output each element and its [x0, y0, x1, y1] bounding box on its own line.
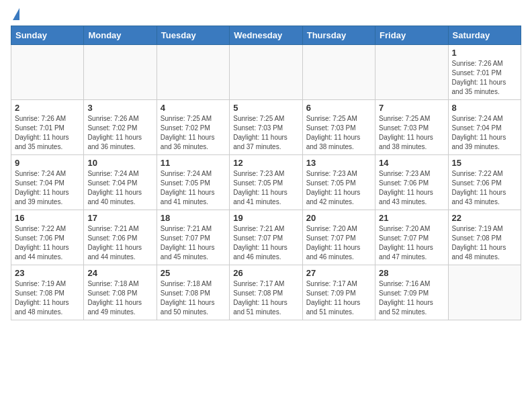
day-info: Sunrise: 7:26 AM Sunset: 7:02 PM Dayligh… [87, 114, 152, 152]
day-number: 23 [15, 268, 80, 278]
day-info: Sunrise: 7:25 AM Sunset: 7:03 PM Dayligh… [306, 114, 371, 152]
day-number: 24 [87, 268, 152, 278]
day-number: 14 [379, 158, 444, 168]
day-number: 2 [15, 103, 80, 113]
day-number: 25 [161, 268, 226, 278]
calendar-header-wednesday: Wednesday [230, 26, 302, 45]
calendar-cell: 18Sunrise: 7:21 AM Sunset: 7:07 PM Dayli… [157, 210, 229, 265]
day-info: Sunrise: 7:23 AM Sunset: 7:05 PM Dayligh… [233, 169, 298, 207]
day-number: 17 [87, 213, 152, 223]
calendar-header-sunday: Sunday [11, 26, 84, 45]
day-info: Sunrise: 7:24 AM Sunset: 7:04 PM Dayligh… [15, 169, 80, 207]
day-info: Sunrise: 7:21 AM Sunset: 7:07 PM Dayligh… [161, 224, 226, 262]
day-info: Sunrise: 7:19 AM Sunset: 7:08 PM Dayligh… [15, 279, 80, 317]
day-number: 8 [452, 103, 517, 113]
calendar-cell: 19Sunrise: 7:21 AM Sunset: 7:07 PM Dayli… [230, 210, 302, 265]
day-info: Sunrise: 7:17 AM Sunset: 7:09 PM Dayligh… [306, 279, 371, 317]
day-number: 26 [233, 268, 298, 278]
calendar-cell: 2Sunrise: 7:26 AM Sunset: 7:01 PM Daylig… [11, 100, 84, 155]
day-info: Sunrise: 7:19 AM Sunset: 7:08 PM Dayligh… [452, 224, 517, 262]
calendar-cell: 14Sunrise: 7:23 AM Sunset: 7:06 PM Dayli… [375, 155, 448, 210]
day-number: 27 [306, 268, 371, 278]
calendar-cell: 11Sunrise: 7:24 AM Sunset: 7:05 PM Dayli… [157, 155, 229, 210]
calendar-cell: 20Sunrise: 7:20 AM Sunset: 7:07 PM Dayli… [302, 210, 375, 265]
calendar-cell [375, 45, 448, 100]
day-number: 16 [15, 213, 80, 223]
calendar-week-row: 23Sunrise: 7:19 AM Sunset: 7:08 PM Dayli… [11, 265, 521, 320]
calendar-cell: 25Sunrise: 7:18 AM Sunset: 7:08 PM Dayli… [157, 265, 229, 320]
calendar-cell: 24Sunrise: 7:18 AM Sunset: 7:08 PM Dayli… [84, 265, 157, 320]
day-number: 11 [161, 158, 226, 168]
day-info: Sunrise: 7:22 AM Sunset: 7:06 PM Dayligh… [452, 169, 517, 207]
calendar-cell [84, 45, 157, 100]
day-info: Sunrise: 7:24 AM Sunset: 7:05 PM Dayligh… [161, 169, 226, 207]
day-info: Sunrise: 7:20 AM Sunset: 7:07 PM Dayligh… [306, 224, 371, 262]
day-number: 12 [233, 158, 298, 168]
day-number: 9 [15, 158, 80, 168]
day-info: Sunrise: 7:21 AM Sunset: 7:06 PM Dayligh… [87, 224, 152, 262]
day-number: 15 [452, 158, 517, 168]
calendar-cell: 17Sunrise: 7:21 AM Sunset: 7:06 PM Dayli… [84, 210, 157, 265]
calendar-cell: 1Sunrise: 7:26 AM Sunset: 7:01 PM Daylig… [448, 45, 521, 100]
day-info: Sunrise: 7:25 AM Sunset: 7:02 PM Dayligh… [161, 114, 226, 152]
calendar-header-tuesday: Tuesday [157, 26, 229, 45]
day-info: Sunrise: 7:22 AM Sunset: 7:06 PM Dayligh… [15, 224, 80, 262]
calendar-cell: 4Sunrise: 7:25 AM Sunset: 7:02 PM Daylig… [157, 100, 229, 155]
calendar-table: SundayMondayTuesdayWednesdayThursdayFrid… [11, 26, 521, 320]
calendar-cell: 7Sunrise: 7:25 AM Sunset: 7:03 PM Daylig… [375, 100, 448, 155]
day-number: 10 [87, 158, 152, 168]
calendar-cell [230, 45, 302, 100]
calendar-cell: 16Sunrise: 7:22 AM Sunset: 7:06 PM Dayli… [11, 210, 84, 265]
calendar-cell: 26Sunrise: 7:17 AM Sunset: 7:08 PM Dayli… [230, 265, 302, 320]
day-info: Sunrise: 7:21 AM Sunset: 7:07 PM Dayligh… [233, 224, 298, 262]
day-info: Sunrise: 7:24 AM Sunset: 7:04 PM Dayligh… [87, 169, 152, 207]
calendar-cell: 13Sunrise: 7:23 AM Sunset: 7:05 PM Dayli… [302, 155, 375, 210]
day-info: Sunrise: 7:20 AM Sunset: 7:07 PM Dayligh… [379, 224, 444, 262]
day-number: 28 [379, 268, 444, 278]
calendar-week-row: 1Sunrise: 7:26 AM Sunset: 7:01 PM Daylig… [11, 45, 521, 100]
calendar-cell: 12Sunrise: 7:23 AM Sunset: 7:05 PM Dayli… [230, 155, 302, 210]
calendar-cell: 15Sunrise: 7:22 AM Sunset: 7:06 PM Dayli… [448, 155, 521, 210]
day-info: Sunrise: 7:26 AM Sunset: 7:01 PM Dayligh… [452, 59, 517, 97]
calendar-header-row: SundayMondayTuesdayWednesdayThursdayFrid… [11, 26, 521, 45]
day-info: Sunrise: 7:25 AM Sunset: 7:03 PM Dayligh… [233, 114, 298, 152]
day-number: 22 [452, 213, 517, 223]
calendar-header-thursday: Thursday [302, 26, 375, 45]
logo [11, 11, 19, 20]
calendar-cell: 3Sunrise: 7:26 AM Sunset: 7:02 PM Daylig… [84, 100, 157, 155]
logo-triangle-icon [13, 8, 19, 20]
day-info: Sunrise: 7:18 AM Sunset: 7:08 PM Dayligh… [87, 279, 152, 317]
calendar-cell [302, 45, 375, 100]
calendar-week-row: 9Sunrise: 7:24 AM Sunset: 7:04 PM Daylig… [11, 155, 521, 210]
page-header [11, 11, 521, 20]
day-number: 7 [379, 103, 444, 113]
day-info: Sunrise: 7:16 AM Sunset: 7:09 PM Dayligh… [379, 279, 444, 317]
calendar-header-monday: Monday [84, 26, 157, 45]
calendar-cell: 27Sunrise: 7:17 AM Sunset: 7:09 PM Dayli… [302, 265, 375, 320]
calendar-cell: 5Sunrise: 7:25 AM Sunset: 7:03 PM Daylig… [230, 100, 302, 155]
calendar-cell [11, 45, 84, 100]
calendar-cell: 6Sunrise: 7:25 AM Sunset: 7:03 PM Daylig… [302, 100, 375, 155]
day-info: Sunrise: 7:23 AM Sunset: 7:05 PM Dayligh… [306, 169, 371, 207]
calendar-cell: 8Sunrise: 7:24 AM Sunset: 7:04 PM Daylig… [448, 100, 521, 155]
day-info: Sunrise: 7:23 AM Sunset: 7:06 PM Dayligh… [379, 169, 444, 207]
calendar-cell: 10Sunrise: 7:24 AM Sunset: 7:04 PM Dayli… [84, 155, 157, 210]
calendar-cell: 9Sunrise: 7:24 AM Sunset: 7:04 PM Daylig… [11, 155, 84, 210]
day-number: 6 [306, 103, 371, 113]
day-number: 3 [87, 103, 152, 113]
day-number: 20 [306, 213, 371, 223]
calendar-header-saturday: Saturday [448, 26, 521, 45]
day-number: 13 [306, 158, 371, 168]
calendar-cell [157, 45, 229, 100]
day-number: 21 [379, 213, 444, 223]
calendar-cell: 22Sunrise: 7:19 AM Sunset: 7:08 PM Dayli… [448, 210, 521, 265]
day-number: 19 [233, 213, 298, 223]
day-number: 18 [161, 213, 226, 223]
day-info: Sunrise: 7:25 AM Sunset: 7:03 PM Dayligh… [379, 114, 444, 152]
day-info: Sunrise: 7:24 AM Sunset: 7:04 PM Dayligh… [452, 114, 517, 152]
calendar-week-row: 2Sunrise: 7:26 AM Sunset: 7:01 PM Daylig… [11, 100, 521, 155]
calendar-week-row: 16Sunrise: 7:22 AM Sunset: 7:06 PM Dayli… [11, 210, 521, 265]
day-number: 4 [161, 103, 226, 113]
day-info: Sunrise: 7:18 AM Sunset: 7:08 PM Dayligh… [161, 279, 226, 317]
calendar-cell: 21Sunrise: 7:20 AM Sunset: 7:07 PM Dayli… [375, 210, 448, 265]
